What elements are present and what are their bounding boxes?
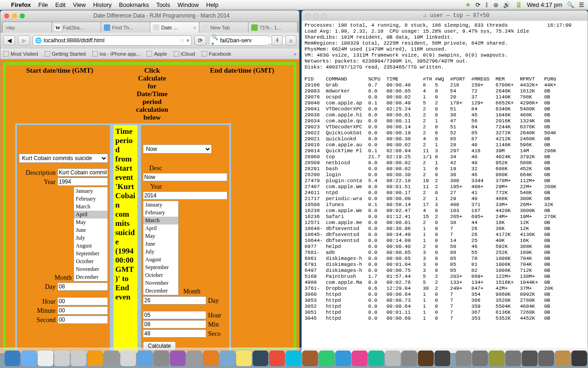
dock-app-icon[interactable]	[472, 351, 488, 366]
tab-date[interactable]: Date ...×	[150, 22, 199, 33]
dock-app-icon[interactable]	[269, 351, 285, 366]
end-minute-input[interactable]	[143, 320, 206, 328]
close-tab-icon[interactable]: ×	[193, 25, 196, 30]
volume-icon[interactable]: 🔊	[503, 1, 510, 8]
end-desc-input[interactable]	[143, 173, 227, 181]
wifi-icon[interactable]: ⊜	[493, 1, 498, 8]
search-engine-icon[interactable]: 🔍▾	[211, 34, 218, 47]
minute-input[interactable]	[57, 306, 108, 315]
dock-app-icon[interactable]	[505, 351, 521, 366]
menubar-app-name[interactable]: Firefox	[11, 1, 31, 8]
dock-app-icon[interactable]	[302, 351, 318, 366]
close-window-icon[interactable]	[4, 13, 9, 18]
downloads-button[interactable]: ⬇	[271, 35, 283, 46]
minimize-window-icon[interactable]	[313, 13, 318, 18]
month-option[interactable]: November	[74, 265, 107, 273]
second-input[interactable]	[57, 316, 108, 324]
month-option[interactable]: March	[74, 203, 107, 211]
tab-71pct[interactable]: 71% - 1...	[248, 22, 298, 33]
dock-app-icon[interactable]	[456, 351, 471, 366]
dock-app-icon[interactable]	[489, 351, 504, 366]
getting-started-bookmark[interactable]: Getting Started	[45, 51, 86, 57]
end-hour-input[interactable]	[143, 311, 206, 319]
bookmark-star-icon[interactable]: ☆	[180, 37, 185, 44]
bookmarks-overflow-icon[interactable]: »	[294, 51, 296, 57]
sync-icon[interactable]: ⟳	[475, 1, 481, 8]
month-option[interactable]: March	[143, 217, 178, 224]
menu-tools[interactable]: Tools	[156, 1, 170, 8]
month-option[interactable]: September	[74, 250, 107, 258]
tab-fail2ban[interactable]: WFail2ba...	[51, 22, 101, 33]
end-year-input[interactable]	[143, 191, 227, 200]
month-option[interactable]: August	[74, 242, 107, 250]
url-input[interactable]	[44, 37, 178, 44]
apple-bookmark[interactable]: Apple	[147, 51, 167, 57]
dock-app-icon[interactable]	[137, 351, 153, 366]
month-option[interactable]: April	[74, 211, 107, 218]
dock-app-icon[interactable]	[538, 351, 554, 366]
tab-play[interactable]: >lay	[2, 22, 52, 33]
dock-app-icon[interactable]	[253, 351, 268, 366]
dock-app-icon[interactable]	[435, 351, 450, 366]
back-button[interactable]: ◀	[3, 35, 15, 46]
minimize-window-icon[interactable]	[12, 13, 17, 18]
month-option[interactable]: December	[143, 287, 178, 295]
month-option[interactable]: September	[143, 264, 178, 271]
menubar-clock[interactable]: Wed 4:17 pm	[527, 1, 562, 8]
month-option[interactable]: October	[74, 258, 107, 265]
end-second-input[interactable]	[143, 329, 206, 338]
hour-input[interactable]	[57, 297, 108, 305]
dock-app-icon[interactable]	[335, 351, 351, 366]
terminal-body[interactable]: Processes: 198 total, 4 running, 8 stuck…	[302, 21, 588, 323]
bluetooth-icon[interactable]: ᛒ	[485, 1, 489, 8]
month-option[interactable]: June	[143, 240, 178, 248]
menu-help[interactable]: Help	[206, 1, 219, 8]
dock-app-icon[interactable]	[418, 351, 434, 366]
month-option[interactable]: January	[143, 201, 178, 209]
month-option[interactable]: November	[143, 279, 178, 287]
dock-app-icon[interactable]	[38, 351, 53, 366]
dock-app-icon[interactable]	[5, 351, 20, 366]
month-option[interactable]: December	[74, 273, 107, 281]
dock-app-icon[interactable]	[236, 351, 252, 366]
dock-app-icon[interactable]	[54, 351, 70, 366]
dock-app-icon[interactable]	[522, 351, 537, 366]
month-option[interactable]: April	[143, 224, 178, 232]
close-window-icon[interactable]	[305, 13, 311, 18]
dock-app-icon[interactable]	[286, 351, 301, 366]
forward-button[interactable]: ▶	[18, 35, 30, 46]
end-event-select[interactable]: Now	[143, 144, 212, 154]
dock-app-icon[interactable]	[401, 351, 417, 366]
spotlight-icon[interactable]: 🔍	[567, 1, 574, 8]
menu-edit[interactable]: Edit	[55, 1, 65, 8]
dock-app-icon[interactable]	[153, 351, 169, 366]
month-option[interactable]: February	[74, 195, 107, 203]
reload-button[interactable]: ⟳	[194, 35, 206, 46]
menu-view[interactable]: View	[73, 1, 86, 8]
url-bar[interactable]: 🌐 ☆ ▾	[33, 35, 192, 46]
dropbox-icon[interactable]: ❖	[465, 1, 471, 8]
menu-window[interactable]: Window	[178, 1, 199, 8]
ios-bookmark[interactable]: ios - iPhone app...	[92, 51, 141, 57]
facebook-bookmark[interactable]: Facebook	[202, 51, 231, 57]
month-option[interactable]: July	[74, 234, 107, 242]
tab-new[interactable]: New Tab	[199, 22, 249, 33]
month-option[interactable]: January	[74, 187, 107, 195]
notification-center-icon[interactable]: ☰	[579, 1, 584, 8]
dock-app-icon[interactable]	[571, 351, 587, 366]
dock-app-icon[interactable]	[87, 351, 103, 366]
search-bar[interactable]: 🔍▾	[209, 35, 269, 46]
dock-app-icon[interactable]	[104, 351, 119, 366]
day-input[interactable]	[57, 282, 108, 291]
zoom-window-icon[interactable]	[321, 13, 326, 18]
battery-icon[interactable]: 🔋	[515, 1, 522, 8]
dock-app-icon[interactable]	[368, 351, 384, 366]
firefox-titlebar[interactable]: Date Difference Data - RJM Programming -…	[0, 11, 299, 21]
month-option[interactable]: June	[74, 226, 107, 234]
year-input[interactable]	[57, 178, 108, 186]
month-listbox[interactable]: JanuaryFebruaryMarchAprilMayJuneJulyAugu…	[74, 187, 108, 282]
icloud-bookmark[interactable]: iCloud	[174, 51, 195, 57]
month-option[interactable]: October	[143, 271, 178, 279]
month-option[interactable]: May	[74, 218, 107, 226]
dock-app-icon[interactable]	[71, 351, 86, 366]
